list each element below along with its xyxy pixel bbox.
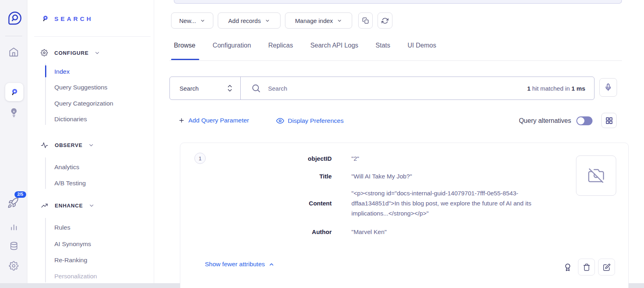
icon-rail: 2/5 — [0, 0, 27, 288]
query-alternatives-label: Query alternatives — [519, 117, 571, 124]
section-label: CONFIGURE — [54, 50, 89, 56]
refresh-icon — [382, 17, 388, 24]
tab-browse[interactable]: Browse — [174, 42, 195, 49]
search-icon — [251, 83, 261, 93]
sidebar-item-personalization[interactable]: Personalization — [54, 271, 97, 281]
image-placeholder — [576, 155, 616, 196]
sidebar-item-query-categorization[interactable]: Query Categorization — [54, 99, 113, 108]
manage-index-label: Manage index — [295, 17, 333, 24]
voice-search-button[interactable] — [599, 78, 617, 97]
settings-icon[interactable] — [9, 261, 19, 271]
sidebar-item-query-suggestions[interactable]: Query Suggestions — [54, 83, 107, 92]
search-scope-select[interactable]: Search — [170, 77, 241, 99]
add-records-label: Add records — [228, 17, 261, 24]
camera-off-icon — [588, 168, 604, 184]
attribute-row: objectID "2" — [180, 153, 562, 164]
add-query-parameter-label: Add Query Parameter — [188, 117, 249, 124]
data-icon[interactable] — [9, 241, 19, 251]
nav-rule — [45, 157, 46, 189]
observe-icon — [41, 141, 48, 149]
attribute-key: Author — [180, 227, 332, 237]
search-input[interactable] — [268, 85, 527, 92]
chevron-down-icon — [88, 142, 94, 148]
manage-index-button[interactable]: Manage index — [285, 12, 352, 29]
chevron-down-icon — [200, 18, 205, 23]
sidebar-item-rules[interactable]: Rules — [54, 223, 70, 232]
show-fewer-attributes-link[interactable]: Show fewer attributes — [205, 261, 275, 268]
copy-button[interactable] — [358, 12, 373, 29]
configure-icon — [41, 49, 48, 56]
new-button-label: New... — [179, 17, 196, 24]
attribute-key: objectID — [180, 153, 332, 164]
edit-icon — [603, 263, 611, 271]
delete-record-button[interactable] — [578, 259, 595, 276]
attribute-value: "2" — [351, 153, 562, 164]
attribute-value: "<p><strong id="docs-internal-guid-14079… — [351, 188, 562, 218]
section-label: OBSERVE — [55, 142, 83, 148]
show-fewer-attributes-label: Show fewer attributes — [205, 261, 265, 268]
section-enhance[interactable]: ENHANCE — [41, 201, 95, 210]
tab-replicas[interactable]: Replicas — [268, 42, 293, 49]
chevron-up-icon — [268, 261, 275, 267]
chevron-down-icon — [337, 18, 342, 23]
toggle-knob — [577, 117, 584, 124]
active-nav-indicator — [45, 65, 46, 77]
usage-badge: 2/5 — [14, 191, 26, 198]
sidebar-item-ab-testing[interactable]: A/B Testing — [54, 178, 86, 188]
algolia-dashboard: 2/5 — [0, 0, 644, 288]
hit-card: 1 objectID "2" Title "Will AI Take My Jo… — [180, 143, 629, 288]
tab-bar: Browse Configuration Replicas Search API… — [174, 42, 436, 49]
promote-record-button[interactable] — [563, 263, 572, 272]
algolia-logo[interactable] — [8, 11, 22, 25]
attribute-row: Content "<p><strong id="docs-internal-gu… — [180, 188, 562, 218]
record-actions — [563, 259, 615, 276]
main-content: New... Add records Manage index Browse — [154, 0, 644, 288]
index-header-sliver — [174, 0, 622, 4]
section-configure[interactable]: CONFIGURE — [41, 48, 100, 57]
trash-icon — [583, 263, 590, 271]
rail-divider — [5, 36, 22, 36]
layout-grid-button[interactable] — [601, 113, 617, 128]
display-preferences-link[interactable]: Display Preferences — [276, 117, 344, 125]
active-tab-underline — [171, 59, 199, 60]
search-rail-icon — [9, 87, 20, 97]
grid-icon — [605, 117, 613, 124]
refresh-button[interactable] — [378, 12, 392, 29]
tab-stats[interactable]: Stats — [376, 42, 390, 49]
add-records-button[interactable]: Add records — [218, 12, 281, 29]
sidebar-item-dictionaries[interactable]: Dictionaries — [54, 114, 87, 124]
nav-rule — [45, 218, 46, 282]
award-icon — [563, 263, 572, 272]
hits-stat: 1 hit matched in 1 ms — [527, 85, 585, 92]
tab-configuration[interactable]: Configuration — [213, 42, 251, 49]
chevron-down-icon — [265, 18, 270, 23]
hits-time: 1 ms — [572, 85, 585, 92]
tab-ui-demos[interactable]: UI Demos — [408, 42, 436, 49]
section-label: ENHANCE — [55, 203, 83, 209]
sidebar-item-analytics[interactable]: Analytics — [54, 162, 79, 172]
search-nav-active[interactable] — [5, 83, 23, 101]
sidebar-item-index[interactable]: Index — [54, 67, 70, 77]
attribute-key: Content — [180, 198, 332, 208]
product-title: SEARCH — [54, 15, 93, 22]
add-query-parameter-link[interactable]: Add Query Parameter — [178, 117, 249, 124]
mic-icon — [604, 83, 612, 91]
recommend-icon[interactable] — [9, 107, 19, 118]
attribute-value: "Will AI Take My Job?" — [351, 171, 562, 181]
edit-record-button[interactable] — [598, 259, 615, 276]
select-chevrons-icon — [227, 84, 233, 92]
rocket-icon[interactable] — [7, 197, 19, 209]
sidebar-item-ai-synonyms[interactable]: AI Synonyms — [54, 239, 91, 249]
home-icon[interactable] — [8, 47, 19, 57]
section-observe[interactable]: OBSERVE — [41, 141, 94, 149]
analytics-rail-icon[interactable] — [10, 223, 18, 231]
tab-search-api-logs[interactable]: Search API Logs — [310, 42, 358, 49]
query-parameter-row: Add Query Parameter Display Preferences … — [154, 114, 644, 129]
sidebar: SEARCH CONFIGURE Index Query Suggestions… — [27, 0, 154, 288]
hits-text: hit matched in — [530, 85, 572, 92]
sidebar-item-re-ranking[interactable]: Re-Ranking — [54, 255, 87, 265]
query-alternatives-toggle[interactable] — [576, 116, 592, 125]
attribute-value: "Marvel Ken" — [351, 227, 562, 237]
chevron-down-icon — [89, 203, 95, 209]
new-button[interactable]: New... — [171, 12, 213, 29]
